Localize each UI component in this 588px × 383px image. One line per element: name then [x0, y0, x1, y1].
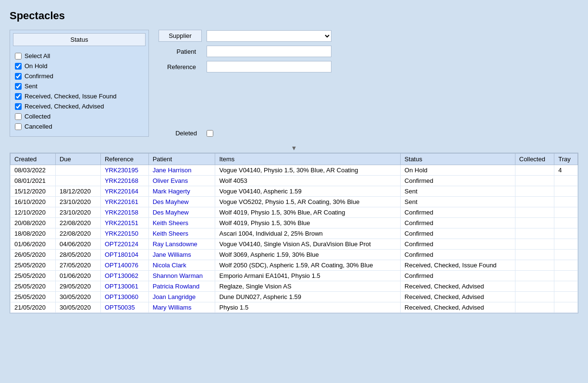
tray-cell [554, 218, 578, 228]
col-header-patient: Patient [148, 154, 215, 165]
status-cell: Confirmed [401, 271, 515, 281]
collected-cell [515, 197, 554, 207]
patient-cell: Des Mayhew [148, 207, 215, 218]
table-row[interactable]: 12/10/202023/10/2020YRK220158Des MayhewW… [11, 207, 578, 218]
collected-cell [515, 239, 554, 250]
patient-input[interactable] [207, 46, 331, 57]
checkbox-item-chk_confirmed: Confirmed [15, 71, 144, 81]
table-row[interactable]: 20/08/202022/08/2020YRK220151Keith Sheer… [11, 218, 578, 228]
patient-cell: Jane Williams [148, 250, 215, 260]
due-cell [55, 165, 100, 176]
tray-cell: 4 [554, 165, 578, 176]
deleted-checkbox[interactable] [207, 130, 213, 137]
table-row[interactable]: 25/05/202001/06/2020OPT130062Shannon War… [11, 271, 578, 281]
status-cell: Received, Checked, Advised [401, 292, 515, 302]
table-row[interactable]: 26/05/202028/05/2020OPT180104Jane Willia… [11, 250, 578, 260]
col-header-collected: Collected [515, 154, 554, 165]
due-cell: 29/05/2020 [55, 281, 100, 292]
tray-cell [554, 197, 578, 207]
due-cell [55, 176, 100, 186]
due-cell: 23/10/2020 [55, 197, 100, 207]
status-filter-box: Status Select AllOn HoldConfirmedSentRec… [10, 30, 149, 137]
status-cell: Sent [401, 186, 515, 197]
patient-label: Patient [159, 46, 202, 57]
table-row[interactable]: 25/05/202027/05/2020OPT140076Nicola Clar… [11, 260, 578, 271]
due-cell: 23/10/2020 [55, 207, 100, 218]
chk_select_all-label[interactable]: Select All [24, 52, 50, 60]
chk_confirmed-label[interactable]: Confirmed [24, 72, 53, 80]
checkbox-item-chk_on_hold: On Hold [15, 61, 144, 71]
tray-cell [554, 302, 578, 313]
collected-cell [515, 302, 554, 313]
collected-cell [515, 207, 554, 218]
reference-row: Reference [159, 61, 578, 72]
supplier-button[interactable]: Supplier [159, 30, 202, 42]
reference-cell: OPT50035 [100, 302, 148, 313]
chk_received_issue-label[interactable]: Received, Checked, Issue Found [24, 93, 117, 100]
chk_cancelled-checkbox[interactable] [15, 123, 22, 130]
table-row[interactable]: 25/05/202030/05/2020OPT130060Joan Langri… [11, 292, 578, 302]
supplier-select[interactable] [207, 30, 331, 42]
tray-cell [554, 176, 578, 186]
results-table-container: CreatedDueReferencePatientItemsStatusCol… [10, 153, 578, 313]
patient-cell: Mary Williams [148, 302, 215, 313]
chk_cancelled-label[interactable]: Cancelled [24, 123, 52, 130]
chk_received_advised-label[interactable]: Received, Checked, Advised [24, 103, 104, 110]
chk_confirmed-checkbox[interactable] [15, 73, 22, 80]
patient-cell: Nicola Clark [148, 260, 215, 271]
table-row[interactable]: 08/03/2022YRK230195Jane HarrisonVogue V0… [11, 165, 578, 176]
created-cell: 25/05/2020 [11, 292, 56, 302]
table-row[interactable]: 25/05/202029/05/2020OPT130061Patricia Ro… [11, 281, 578, 292]
chk_on_hold-checkbox[interactable] [15, 63, 22, 70]
checkbox-list: Select AllOn HoldConfirmedSentReceived, … [10, 49, 148, 136]
table-row[interactable]: 15/12/202018/12/2020YRK220164Mark Hagert… [11, 186, 578, 197]
reference-cell: OPT130061 [100, 281, 148, 292]
reference-cell: YRK220151 [100, 218, 148, 228]
due-cell: 22/08/2020 [55, 228, 100, 239]
chk_sent-label[interactable]: Sent [24, 83, 37, 90]
chk_received_issue-checkbox[interactable] [15, 93, 22, 100]
due-cell: 22/08/2020 [55, 218, 100, 228]
table-row[interactable]: 21/05/202030/05/2020OPT50035Mary William… [11, 302, 578, 313]
reference-cell: OPT130062 [100, 271, 148, 281]
reference-cell: YRK220150 [100, 228, 148, 239]
created-cell: 12/10/2020 [11, 207, 56, 218]
collected-cell [515, 186, 554, 197]
status-cell: Received, Checked, Issue Found [401, 260, 515, 271]
patient-cell: Mark Hagerty [148, 186, 215, 197]
patient-cell: Patricia Rowland [148, 281, 215, 292]
table-row[interactable]: 08/01/2021YRK220168Oliver EvansWolf 4053… [11, 176, 578, 186]
chk_received_advised-checkbox[interactable] [15, 103, 22, 110]
col-header-tray: Tray [554, 154, 578, 165]
chk_collected-label[interactable]: Collected [24, 113, 50, 120]
patient-cell: Oliver Evans [148, 176, 215, 186]
created-cell: 18/08/2020 [11, 228, 56, 239]
items-cell: Vogue V04140, Physio 1.5, 30% Blue, AR C… [215, 165, 401, 176]
tray-cell [554, 271, 578, 281]
checkbox-item-chk_received_issue: Received, Checked, Issue Found [15, 91, 144, 101]
reference-cell: YRK220164 [100, 186, 148, 197]
chk_sent-checkbox[interactable] [15, 83, 22, 90]
checkbox-item-chk_collected: Collected [15, 111, 144, 121]
patient-cell: Jane Harrison [148, 165, 215, 176]
created-cell: 21/05/2020 [11, 302, 56, 313]
chk_on_hold-label[interactable]: On Hold [24, 62, 48, 70]
table-row[interactable]: 01/06/202004/06/2020OPT220124Ray Lansdow… [11, 239, 578, 250]
col-header-created: Created [11, 154, 56, 165]
tray-cell [554, 239, 578, 250]
created-cell: 08/01/2021 [11, 176, 56, 186]
table-row[interactable]: 16/10/202023/10/2020YRK220161Des MayhewV… [11, 197, 578, 207]
reference-input[interactable] [207, 61, 331, 72]
tray-cell [554, 281, 578, 292]
created-cell: 16/10/2020 [11, 197, 56, 207]
patient-cell: Shannon Warman [148, 271, 215, 281]
table-body: 08/03/2022YRK230195Jane HarrisonVogue V0… [11, 165, 578, 313]
created-cell: 20/08/2020 [11, 218, 56, 228]
due-cell: 04/06/2020 [55, 239, 100, 250]
chk_collected-checkbox[interactable] [15, 113, 22, 120]
chk_select_all-checkbox[interactable] [15, 53, 22, 60]
tray-cell [554, 207, 578, 218]
table-row[interactable]: 18/08/202022/08/2020YRK220150Keith Sheer… [11, 228, 578, 239]
collected-cell [515, 281, 554, 292]
col-header-due: Due [55, 154, 100, 165]
